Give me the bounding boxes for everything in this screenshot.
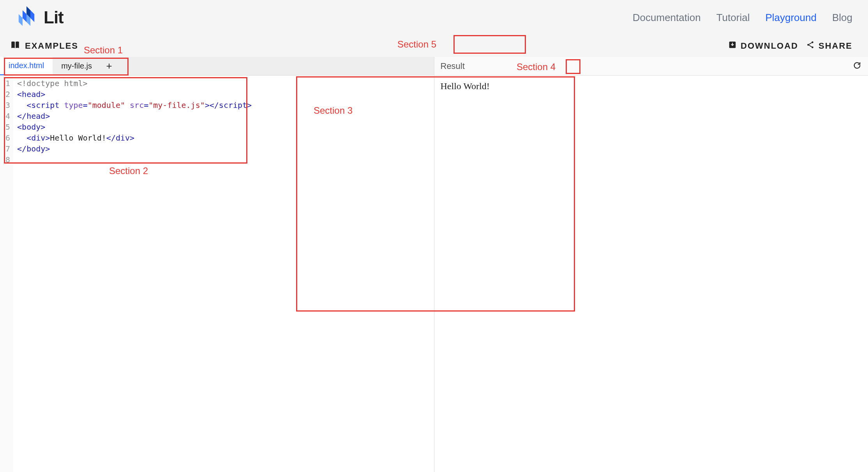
reload-icon <box>853 61 861 71</box>
svg-marker-1 <box>23 10 26 22</box>
share-icon <box>806 41 815 51</box>
nav-blog[interactable]: Blog <box>832 12 852 24</box>
brand[interactable]: Lit <box>16 6 64 29</box>
download-button[interactable]: DOWNLOAD <box>728 41 798 51</box>
file-tabs: index.html my-file.js + <box>0 57 434 76</box>
result-text: Hello World! <box>441 81 490 91</box>
share-label: SHARE <box>819 41 852 51</box>
playground-toolbar: EXAMPLES DOWNLOAD SHARE <box>0 35 868 57</box>
code-content[interactable]: <!doctype html><head> <script type="modu… <box>13 76 256 472</box>
line-gutter: 12345678 <box>0 76 13 472</box>
code-editor[interactable]: 12345678 <!doctype html><head> <script t… <box>0 76 434 472</box>
share-button[interactable]: SHARE <box>806 41 852 51</box>
svg-marker-2 <box>30 10 34 22</box>
tab-label: index.html <box>9 61 44 70</box>
result-panel: Result Hello World! <box>434 57 868 472</box>
nav-tutorial[interactable]: Tutorial <box>716 12 750 24</box>
brand-name: Lit <box>44 8 64 27</box>
download-label: DOWNLOAD <box>741 41 798 51</box>
nav-playground[interactable]: Playground <box>765 12 817 24</box>
editor-panel: index.html my-file.js + 12345678 <!docty… <box>0 57 434 472</box>
download-icon <box>728 41 737 51</box>
book-icon <box>10 40 20 52</box>
examples-label[interactable]: EXAMPLES <box>25 41 78 51</box>
add-tab-button[interactable]: + <box>101 57 118 75</box>
lit-logo-icon <box>16 6 37 29</box>
tab-my-file-js[interactable]: my-file.js <box>53 57 101 75</box>
result-header: Result <box>434 57 868 76</box>
result-label: Result <box>441 61 465 71</box>
playground: index.html my-file.js + 12345678 <!docty… <box>0 57 868 472</box>
tab-label: my-file.js <box>61 62 92 70</box>
tab-index-html[interactable]: index.html <box>0 57 53 75</box>
plus-icon: + <box>106 60 112 72</box>
top-nav: Documentation Tutorial Playground Blog <box>633 12 852 24</box>
reload-button[interactable] <box>850 59 864 73</box>
result-output: Hello World! <box>434 76 868 472</box>
nav-documentation[interactable]: Documentation <box>633 12 701 24</box>
site-header: Lit Documentation Tutorial Playground Bl… <box>0 0 868 35</box>
svg-marker-3 <box>19 14 23 26</box>
